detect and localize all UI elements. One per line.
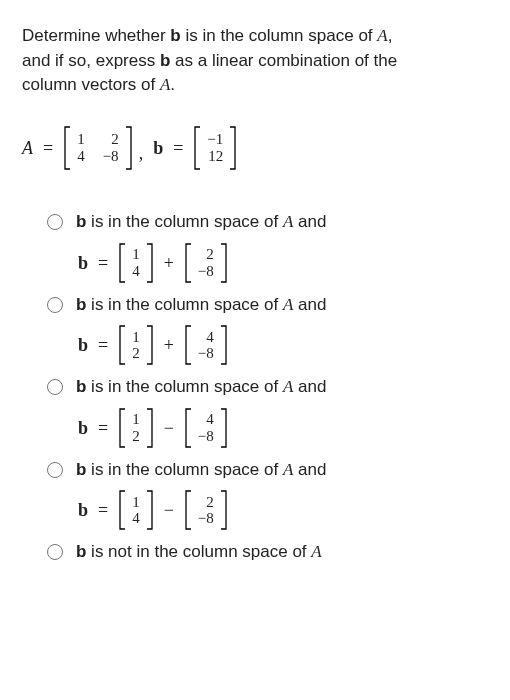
comma: ,	[137, 140, 150, 170]
q-text: Determine whether	[22, 26, 170, 45]
question-stem: Determine whether b is in the column spa…	[22, 24, 488, 98]
option-2[interactable]: b is in the column space of A and	[42, 293, 488, 318]
matrix-col: 14	[75, 131, 87, 164]
q-text: ,	[388, 26, 393, 45]
q-text: as a linear combination of the	[170, 51, 397, 70]
option-4-equation: b= 14 − 2−8	[78, 490, 488, 530]
vector-col: −112	[205, 131, 225, 164]
radio-option-4[interactable]	[47, 462, 63, 478]
options-group: b is in the column space of A and b= 14 …	[22, 210, 488, 565]
option-text: b is in the column space of A and	[76, 293, 488, 318]
option-text: b is in the column space of A and	[76, 375, 488, 400]
q-b: b	[160, 51, 170, 70]
matrix-col: 2−8	[101, 131, 121, 164]
equals: =	[37, 135, 59, 161]
left-bracket-icon	[193, 126, 201, 170]
option-1[interactable]: b is in the column space of A and	[42, 210, 488, 235]
radio-option-3[interactable]	[47, 379, 63, 395]
q-b: b	[170, 26, 180, 45]
right-bracket-icon	[229, 126, 237, 170]
q-text: .	[170, 75, 175, 94]
radio-option-5[interactable]	[47, 544, 63, 560]
q-A: A	[160, 75, 170, 94]
option-3-equation: b= 12 − 4−8	[78, 408, 488, 448]
right-bracket-icon	[125, 126, 133, 170]
radio-option-2[interactable]	[47, 297, 63, 313]
option-1-equation: b= 14 + 2−8	[78, 243, 488, 283]
given-matrices: A = 14 2−8 , b = −112	[22, 126, 488, 170]
equals: =	[167, 135, 189, 161]
option-2-equation: b= 12 + 4−8	[78, 325, 488, 365]
b-label: b	[153, 135, 163, 161]
A-label: A	[22, 135, 33, 161]
left-bracket-icon	[63, 126, 71, 170]
option-4[interactable]: b is in the column space of A and	[42, 458, 488, 483]
option-text: b is in the column space of A and	[76, 210, 488, 235]
q-text: is in the column space of	[181, 26, 378, 45]
option-text: b is in the column space of A and	[76, 458, 488, 483]
q-text: column vectors of	[22, 75, 160, 94]
option-text: b is not in the column space of A	[76, 540, 488, 565]
q-text: and if so, express	[22, 51, 160, 70]
q-A: A	[377, 26, 387, 45]
radio-option-1[interactable]	[47, 214, 63, 230]
option-3[interactable]: b is in the column space of A and	[42, 375, 488, 400]
option-5[interactable]: b is not in the column space of A	[42, 540, 488, 565]
